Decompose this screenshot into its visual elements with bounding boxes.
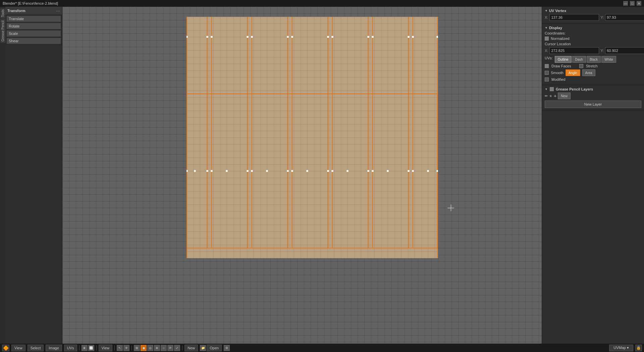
cursor-y-label: Y: (600, 49, 604, 53)
uv-texture-area (186, 17, 438, 258)
svg-point-37 (367, 36, 369, 38)
gp-new-button[interactable]: New (558, 93, 571, 99)
sidebar-item-grease-pencil[interactable]: Grease Pencil (0, 19, 5, 43)
svg-point-41 (186, 36, 188, 38)
image-settings-icon[interactable]: ⚙ (224, 345, 230, 351)
uv-dash-button[interactable]: Dash (572, 56, 586, 63)
titlebar: Blender* [E:\Fence\fence-2.blend] — □ ✕ (0, 0, 644, 7)
uv-outline-button[interactable]: Outline (555, 56, 572, 63)
close-button[interactable]: ✕ (637, 1, 641, 6)
view2-button[interactable]: View (99, 345, 113, 351)
cursor-x-label: X: (545, 49, 548, 53)
modified-row: Modified (545, 77, 641, 81)
uvmap-label: UVMap (613, 346, 626, 350)
normalized-label: Normalized (551, 37, 570, 41)
transform-icons: ⊞ ◼ ◎ ⊕ ○ ⟳ ⤢ (134, 345, 180, 351)
x-input[interactable] (549, 14, 599, 21)
maximize-button[interactable]: □ (630, 1, 635, 6)
minimize-button[interactable]: — (623, 1, 628, 6)
svg-point-52 (247, 170, 249, 172)
svg-point-57 (331, 170, 333, 172)
stretch-icon[interactable]: ⤢ (174, 345, 180, 351)
uv-black-button[interactable]: Black (587, 56, 601, 63)
open-button[interactable]: Open (207, 345, 222, 351)
status-separator-3 (114, 345, 115, 351)
svg-point-42 (436, 36, 438, 38)
gp-enabled-checkbox[interactable] (550, 87, 554, 91)
statusbar: 🔶 View Select Image UVs 🖥 ⬜ View ↖ ✛ ⊞ ◼… (0, 344, 644, 352)
uv-editor[interactable] (62, 7, 542, 344)
smooth-checkbox[interactable] (545, 71, 549, 75)
svg-rect-0 (187, 94, 438, 248)
uvs-menu-button[interactable]: UVs (64, 345, 77, 351)
angle-button[interactable]: Angle (566, 69, 580, 76)
render-icon[interactable]: 🖥 (82, 345, 88, 351)
modified-checkbox[interactable] (545, 77, 549, 81)
lock-button[interactable]: 🔒 (635, 345, 642, 351)
area-button[interactable]: Area (582, 69, 595, 76)
svg-point-44 (226, 170, 228, 172)
transform-mode-icon[interactable]: ◼ (141, 345, 147, 351)
svg-point-56 (327, 170, 329, 172)
x-label: X: (545, 15, 548, 19)
left-panel: Transform ··· Translate Rotate Scale She… (5, 7, 62, 344)
status-separator-2 (96, 345, 97, 351)
uvmap-button[interactable]: UVMap ▾ (609, 345, 633, 351)
cursor-icon[interactable]: ✛ (123, 345, 129, 351)
proportional-icon[interactable]: ○ (161, 345, 167, 351)
gp-plus-icon[interactable]: + (554, 93, 556, 99)
stretch-label: Stretch (586, 64, 598, 68)
y-input[interactable] (605, 14, 644, 21)
icon-group-2: ↖ ✛ (117, 345, 129, 351)
uv-sync-icon[interactable]: ⟳ (167, 345, 173, 351)
shear-button[interactable]: Shear (7, 38, 61, 44)
new-image-button[interactable]: New (184, 345, 198, 351)
display-section: ▼ Display Coordinates: Normalized Cursor… (542, 24, 644, 85)
svg-point-45 (266, 170, 268, 172)
transform-title: Transform (7, 9, 25, 13)
view3d-icon[interactable]: ⬜ (88, 345, 94, 351)
rotate-button[interactable]: Rotate (7, 23, 61, 29)
smooth-label: Smooth (551, 71, 564, 75)
move-global-icon[interactable]: ⊞ (134, 345, 140, 351)
image-menu-button[interactable]: Image (46, 345, 62, 351)
uv-vertex-section: ▼ UV Vertex X: Y: (542, 7, 644, 24)
select-icon[interactable]: ↖ (117, 345, 123, 351)
svg-point-60 (408, 170, 410, 172)
gp-new-layer-button[interactable]: New Layer (545, 101, 641, 108)
svg-point-54 (287, 170, 289, 172)
view-menu-button[interactable]: View (11, 345, 25, 351)
gp-title-row: ▼ Grease Pencil Layers (545, 87, 641, 91)
stretch-checkbox[interactable] (579, 64, 583, 68)
blender-menu-button[interactable]: 🔶 (2, 345, 9, 351)
uvs-buttons-row: UVs: Outline Dash Black White (545, 56, 641, 63)
x-coord-row: X: Y: (545, 14, 641, 21)
uv-white-button[interactable]: White (601, 56, 616, 63)
pen-icon: ✏ (545, 94, 548, 98)
cursor-x-input[interactable] (549, 47, 599, 54)
cursor-x-row: X: Y: (545, 47, 641, 54)
sidebar-item-tools[interactable]: Tools (0, 8, 5, 18)
svg-point-49 (427, 170, 429, 172)
display-triangle-icon: ▼ (545, 26, 548, 30)
draw-faces-checkbox[interactable] (545, 64, 549, 68)
select-menu-button[interactable]: Select (28, 345, 44, 351)
svg-point-47 (346, 170, 348, 172)
view-menu-label: View (14, 346, 22, 350)
scale-button[interactable]: Scale (7, 31, 61, 37)
svg-point-53 (251, 170, 253, 172)
svg-point-36 (331, 36, 333, 38)
grease-pencil-section: ▼ Grease Pencil Layers ✏ ★ + New New Lay… (542, 85, 644, 110)
uv-vertex-title: ▼ UV Vertex (545, 9, 641, 13)
titlebar-title: Blender* [E:\Fence\fence-2.blend] (3, 1, 58, 5)
pivot-icon[interactable]: ◎ (147, 345, 153, 351)
translate-button[interactable]: Translate (7, 16, 61, 22)
cursor-y-input[interactable] (605, 47, 644, 54)
snap-icon[interactable]: ⊕ (154, 345, 160, 351)
select-menu-label: Select (31, 346, 41, 350)
normalized-checkbox[interactable] (545, 37, 549, 41)
svg-point-43 (194, 170, 196, 172)
svg-point-33 (287, 36, 289, 38)
open-folder-icon[interactable]: 📁 (200, 345, 206, 351)
display-title: ▼ Display (545, 26, 641, 30)
